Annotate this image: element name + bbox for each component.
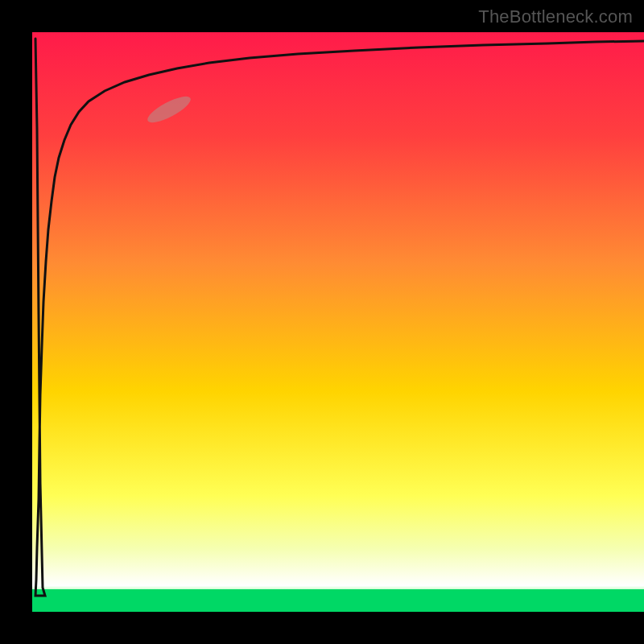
- chart-svg: [32, 32, 644, 612]
- svg-rect-0: [32, 589, 644, 612]
- attribution-text: TheBottleneck.com: [478, 6, 633, 27]
- plot-area: [32, 32, 644, 612]
- gradient-background: [32, 32, 644, 612]
- green-band: [32, 589, 644, 612]
- chart-frame: TheBottleneck.com: [0, 0, 644, 644]
